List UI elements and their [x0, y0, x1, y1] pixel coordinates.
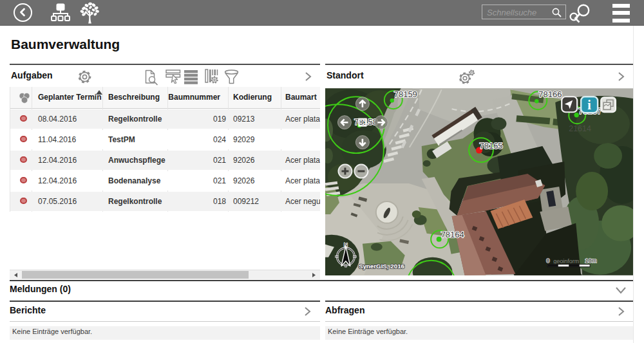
svg-text:10m: 10m: [585, 257, 597, 264]
svg-text:N: N: [344, 242, 348, 248]
svg-text:0: 0: [546, 257, 549, 264]
svg-text:SynerGIS, 2016: SynerGIS, 2016: [359, 263, 405, 270]
svg-text:78164: 78164: [441, 230, 464, 239]
svg-text:geoinform: geoinform: [553, 258, 579, 264]
svg-text:78166: 78166: [538, 89, 562, 99]
svg-text:21614: 21614: [569, 124, 591, 133]
svg-text:78159: 78159: [394, 89, 417, 99]
svg-text:i: i: [587, 98, 591, 112]
svg-text:78165: 78165: [480, 141, 503, 151]
